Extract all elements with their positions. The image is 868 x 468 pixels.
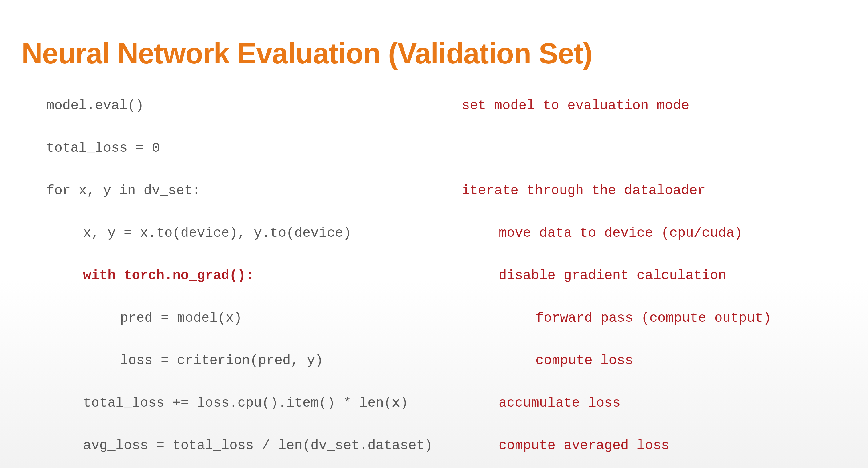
code-row: avg_loss = total_loss / len(dv_set.datas… — [46, 438, 846, 453]
slide-body: model.eval() set model to evaluation mod… — [22, 98, 846, 453]
code-text: pred = model(x) — [120, 310, 535, 326]
code-comment: set model to evaluation mode — [462, 98, 689, 113]
code-text: model.eval() — [46, 98, 462, 113]
code-row: for x, y in dv_set: iterate through the … — [46, 183, 846, 198]
code-comment: accumulate loss — [499, 395, 621, 411]
code-text: avg_loss = total_loss / len(dv_set.datas… — [83, 438, 499, 453]
code-row: pred = model(x) forward pass (compute ou… — [46, 310, 846, 326]
slide: Neural Network Evaluation (Validation Se… — [0, 0, 868, 453]
code-text: for x, y in dv_set: — [46, 183, 462, 198]
code-row: x, y = x.to(device), y.to(device) move d… — [46, 225, 846, 241]
code-comment: compute averaged loss — [499, 438, 670, 453]
code-text-emphasis: with torch.no_grad(): — [83, 268, 499, 283]
code-row: total_loss += loss.cpu().item() * len(x)… — [46, 395, 846, 411]
slide-title: Neural Network Evaluation (Validation Se… — [22, 37, 846, 70]
code-row: with torch.no_grad(): disable gradient c… — [46, 268, 846, 283]
code-row: total_loss = 0 — [46, 140, 846, 156]
code-text: loss = criterion(pred, y) — [120, 353, 535, 368]
code-comment: iterate through the dataloader — [462, 183, 706, 198]
code-text: total_loss += loss.cpu().item() * len(x) — [83, 395, 499, 411]
code-comment: disable gradient calculation — [499, 268, 726, 283]
code-comment: forward pass (compute output) — [535, 310, 771, 326]
code-text: x, y = x.to(device), y.to(device) — [83, 225, 499, 241]
code-row: model.eval() set model to evaluation mod… — [46, 98, 846, 113]
code-comment: compute loss — [535, 353, 633, 368]
code-text: total_loss = 0 — [46, 140, 462, 156]
code-row: loss = criterion(pred, y) compute loss — [46, 353, 846, 368]
code-comment: move data to device (cpu/cuda) — [499, 225, 742, 241]
